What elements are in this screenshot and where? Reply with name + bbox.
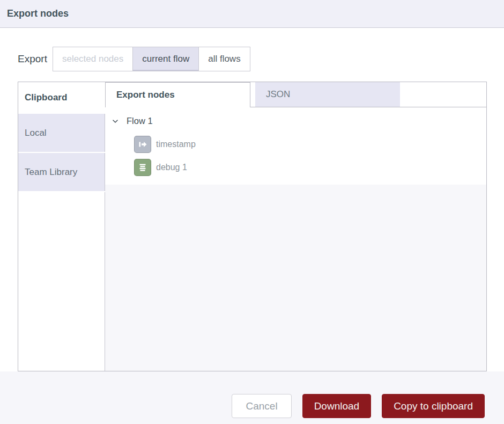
scope-selected-nodes-button[interactable]: selected nodes [53,47,133,71]
tab-row: Export nodes JSON [105,82,486,107]
export-panel: Clipboard Local Team Library Export node… [18,82,487,371]
flow-label: Flow 1 [127,116,153,126]
node-tree-rows: Flow 1 timestamp [105,107,486,185]
scope-all-flows-button[interactable]: all flows [198,47,250,71]
chevron-down-icon[interactable] [112,118,119,125]
sidebar-item-local[interactable]: Local [18,114,105,152]
node-label: debug 1 [156,163,187,172]
sidebar-filler [18,192,105,371]
copy-to-clipboard-button[interactable]: Copy to clipboard [382,394,485,418]
node-tree: Flow 1 timestamp [105,107,486,371]
debug-lines-icon [134,159,151,176]
tree-row-timestamp[interactable]: timestamp [134,136,486,153]
tab-export-nodes[interactable]: Export nodes [105,82,250,107]
export-scope-label: Export [18,53,47,65]
tree-row-debug[interactable]: debug 1 [134,159,486,176]
tab-json[interactable]: JSON [255,82,400,107]
sidebar-item-team-library[interactable]: Team Library [18,153,105,191]
inject-arrow-icon [134,136,151,153]
clipboard-content: Export nodes JSON Flow 1 [105,82,486,371]
cancel-button[interactable]: Cancel [232,394,291,418]
export-scope-group: selected nodes current flow all flows [53,47,250,71]
dialog-header: Export nodes [0,0,504,28]
tree-empty-area [105,185,486,371]
dialog-title: Export nodes [7,8,69,19]
tree-row-flow[interactable]: Flow 1 [110,112,486,130]
scope-current-flow-button[interactable]: current flow [132,47,199,71]
download-button[interactable]: Download [302,394,372,418]
dialog-footer: Cancel Download Copy to clipboard [0,371,504,424]
export-scope-row: Export selected nodes current flow all f… [18,47,504,71]
node-label: timestamp [156,140,196,149]
library-sidebar: Clipboard Local Team Library [18,82,105,371]
sidebar-item-clipboard[interactable]: Clipboard [18,82,105,113]
